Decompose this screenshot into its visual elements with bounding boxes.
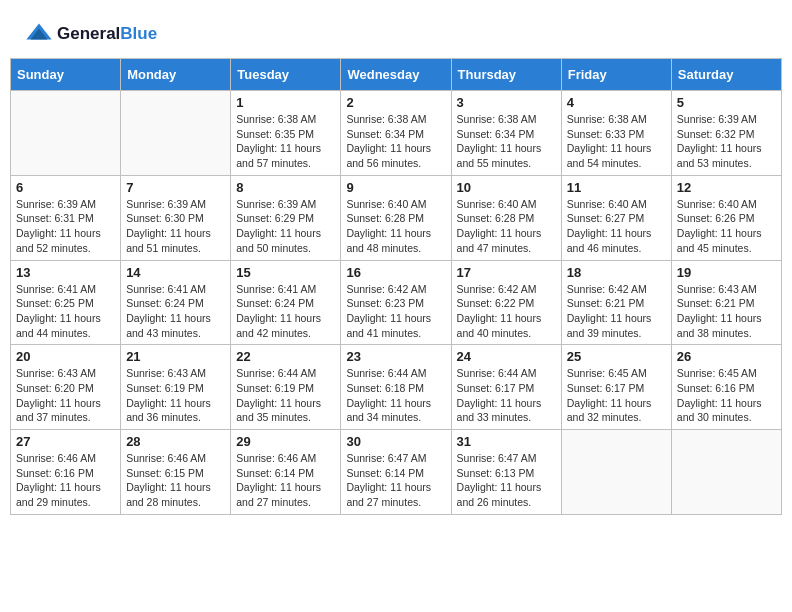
calendar-cell: 16Sunrise: 6:42 AMSunset: 6:23 PMDayligh… (341, 260, 451, 345)
calendar-cell (671, 430, 781, 515)
day-info: Sunrise: 6:46 AMSunset: 6:14 PMDaylight:… (236, 451, 335, 510)
calendar-week-row: 13Sunrise: 6:41 AMSunset: 6:25 PMDayligh… (11, 260, 782, 345)
day-info: Sunrise: 6:47 AMSunset: 6:13 PMDaylight:… (457, 451, 556, 510)
day-number: 18 (567, 265, 666, 280)
logo-text: GeneralBlue (57, 24, 157, 44)
calendar-cell: 27Sunrise: 6:46 AMSunset: 6:16 PMDayligh… (11, 430, 121, 515)
calendar-week-row: 6Sunrise: 6:39 AMSunset: 6:31 PMDaylight… (11, 175, 782, 260)
day-number: 12 (677, 180, 776, 195)
day-number: 7 (126, 180, 225, 195)
day-number: 2 (346, 95, 445, 110)
day-number: 22 (236, 349, 335, 364)
day-number: 17 (457, 265, 556, 280)
day-info: Sunrise: 6:43 AMSunset: 6:19 PMDaylight:… (126, 366, 225, 425)
day-info: Sunrise: 6:42 AMSunset: 6:21 PMDaylight:… (567, 282, 666, 341)
calendar-cell: 2Sunrise: 6:38 AMSunset: 6:34 PMDaylight… (341, 91, 451, 176)
day-info: Sunrise: 6:40 AMSunset: 6:28 PMDaylight:… (346, 197, 445, 256)
day-number: 24 (457, 349, 556, 364)
calendar-table: SundayMondayTuesdayWednesdayThursdayFrid… (10, 58, 782, 515)
calendar-cell: 18Sunrise: 6:42 AMSunset: 6:21 PMDayligh… (561, 260, 671, 345)
day-info: Sunrise: 6:46 AMSunset: 6:16 PMDaylight:… (16, 451, 115, 510)
calendar-cell (561, 430, 671, 515)
day-number: 26 (677, 349, 776, 364)
calendar-week-row: 27Sunrise: 6:46 AMSunset: 6:16 PMDayligh… (11, 430, 782, 515)
day-number: 16 (346, 265, 445, 280)
day-info: Sunrise: 6:47 AMSunset: 6:14 PMDaylight:… (346, 451, 445, 510)
calendar-cell: 4Sunrise: 6:38 AMSunset: 6:33 PMDaylight… (561, 91, 671, 176)
calendar-cell: 7Sunrise: 6:39 AMSunset: 6:30 PMDaylight… (121, 175, 231, 260)
day-number: 25 (567, 349, 666, 364)
calendar-week-row: 1Sunrise: 6:38 AMSunset: 6:35 PMDaylight… (11, 91, 782, 176)
calendar-cell: 23Sunrise: 6:44 AMSunset: 6:18 PMDayligh… (341, 345, 451, 430)
day-info: Sunrise: 6:41 AMSunset: 6:25 PMDaylight:… (16, 282, 115, 341)
calendar-cell: 17Sunrise: 6:42 AMSunset: 6:22 PMDayligh… (451, 260, 561, 345)
day-info: Sunrise: 6:38 AMSunset: 6:35 PMDaylight:… (236, 112, 335, 171)
calendar-cell: 26Sunrise: 6:45 AMSunset: 6:16 PMDayligh… (671, 345, 781, 430)
day-info: Sunrise: 6:39 AMSunset: 6:30 PMDaylight:… (126, 197, 225, 256)
day-number: 23 (346, 349, 445, 364)
weekday-header: Sunday (11, 59, 121, 91)
calendar-cell: 19Sunrise: 6:43 AMSunset: 6:21 PMDayligh… (671, 260, 781, 345)
calendar-cell: 11Sunrise: 6:40 AMSunset: 6:27 PMDayligh… (561, 175, 671, 260)
calendar-cell: 13Sunrise: 6:41 AMSunset: 6:25 PMDayligh… (11, 260, 121, 345)
weekday-header: Tuesday (231, 59, 341, 91)
page-header: GeneralBlue (10, 10, 782, 53)
day-info: Sunrise: 6:42 AMSunset: 6:22 PMDaylight:… (457, 282, 556, 341)
day-number: 31 (457, 434, 556, 449)
day-info: Sunrise: 6:40 AMSunset: 6:28 PMDaylight:… (457, 197, 556, 256)
day-number: 19 (677, 265, 776, 280)
day-info: Sunrise: 6:46 AMSunset: 6:15 PMDaylight:… (126, 451, 225, 510)
day-info: Sunrise: 6:42 AMSunset: 6:23 PMDaylight:… (346, 282, 445, 341)
weekday-header: Wednesday (341, 59, 451, 91)
day-number: 13 (16, 265, 115, 280)
calendar-cell: 14Sunrise: 6:41 AMSunset: 6:24 PMDayligh… (121, 260, 231, 345)
calendar-cell: 24Sunrise: 6:44 AMSunset: 6:17 PMDayligh… (451, 345, 561, 430)
day-info: Sunrise: 6:41 AMSunset: 6:24 PMDaylight:… (126, 282, 225, 341)
calendar-cell: 22Sunrise: 6:44 AMSunset: 6:19 PMDayligh… (231, 345, 341, 430)
calendar-cell: 3Sunrise: 6:38 AMSunset: 6:34 PMDaylight… (451, 91, 561, 176)
day-info: Sunrise: 6:39 AMSunset: 6:31 PMDaylight:… (16, 197, 115, 256)
day-info: Sunrise: 6:44 AMSunset: 6:19 PMDaylight:… (236, 366, 335, 425)
calendar-cell: 30Sunrise: 6:47 AMSunset: 6:14 PMDayligh… (341, 430, 451, 515)
day-info: Sunrise: 6:39 AMSunset: 6:32 PMDaylight:… (677, 112, 776, 171)
day-number: 20 (16, 349, 115, 364)
logo-icon (25, 20, 53, 48)
day-info: Sunrise: 6:44 AMSunset: 6:18 PMDaylight:… (346, 366, 445, 425)
day-number: 27 (16, 434, 115, 449)
calendar-cell: 21Sunrise: 6:43 AMSunset: 6:19 PMDayligh… (121, 345, 231, 430)
day-number: 6 (16, 180, 115, 195)
day-info: Sunrise: 6:38 AMSunset: 6:34 PMDaylight:… (457, 112, 556, 171)
calendar-cell: 28Sunrise: 6:46 AMSunset: 6:15 PMDayligh… (121, 430, 231, 515)
calendar-header-row: SundayMondayTuesdayWednesdayThursdayFrid… (11, 59, 782, 91)
weekday-header: Thursday (451, 59, 561, 91)
calendar-week-row: 20Sunrise: 6:43 AMSunset: 6:20 PMDayligh… (11, 345, 782, 430)
day-info: Sunrise: 6:43 AMSunset: 6:21 PMDaylight:… (677, 282, 776, 341)
calendar-cell: 8Sunrise: 6:39 AMSunset: 6:29 PMDaylight… (231, 175, 341, 260)
day-info: Sunrise: 6:39 AMSunset: 6:29 PMDaylight:… (236, 197, 335, 256)
day-info: Sunrise: 6:45 AMSunset: 6:16 PMDaylight:… (677, 366, 776, 425)
day-number: 11 (567, 180, 666, 195)
day-number: 15 (236, 265, 335, 280)
calendar-cell (121, 91, 231, 176)
day-info: Sunrise: 6:45 AMSunset: 6:17 PMDaylight:… (567, 366, 666, 425)
day-number: 9 (346, 180, 445, 195)
calendar-cell: 20Sunrise: 6:43 AMSunset: 6:20 PMDayligh… (11, 345, 121, 430)
day-number: 1 (236, 95, 335, 110)
calendar-cell: 25Sunrise: 6:45 AMSunset: 6:17 PMDayligh… (561, 345, 671, 430)
day-number: 3 (457, 95, 556, 110)
calendar-cell: 5Sunrise: 6:39 AMSunset: 6:32 PMDaylight… (671, 91, 781, 176)
day-info: Sunrise: 6:38 AMSunset: 6:33 PMDaylight:… (567, 112, 666, 171)
weekday-header: Monday (121, 59, 231, 91)
day-info: Sunrise: 6:40 AMSunset: 6:26 PMDaylight:… (677, 197, 776, 256)
calendar-cell: 31Sunrise: 6:47 AMSunset: 6:13 PMDayligh… (451, 430, 561, 515)
day-number: 10 (457, 180, 556, 195)
day-info: Sunrise: 6:41 AMSunset: 6:24 PMDaylight:… (236, 282, 335, 341)
day-info: Sunrise: 6:43 AMSunset: 6:20 PMDaylight:… (16, 366, 115, 425)
day-number: 8 (236, 180, 335, 195)
day-number: 4 (567, 95, 666, 110)
day-number: 28 (126, 434, 225, 449)
weekday-header: Saturday (671, 59, 781, 91)
day-number: 14 (126, 265, 225, 280)
day-info: Sunrise: 6:38 AMSunset: 6:34 PMDaylight:… (346, 112, 445, 171)
day-info: Sunrise: 6:44 AMSunset: 6:17 PMDaylight:… (457, 366, 556, 425)
